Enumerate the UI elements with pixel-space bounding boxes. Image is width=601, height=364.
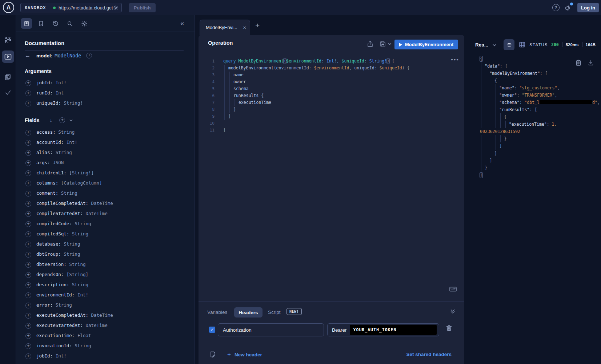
- field-row[interactable]: access: String: [16, 129, 195, 136]
- field-row[interactable]: dbtVersion: String: [16, 261, 195, 268]
- field-row[interactable]: dbtGroup: String: [16, 251, 195, 258]
- add-to-query-icon[interactable]: [25, 282, 31, 288]
- add-to-query-icon[interactable]: [25, 170, 31, 176]
- add-to-query-icon[interactable]: [25, 130, 31, 136]
- response-line: "modelByEnvironment": [: [469, 70, 601, 77]
- formatted-view-toggle-active[interactable]: [504, 39, 514, 50]
- add-to-query-icon[interactable]: [25, 353, 31, 359]
- endpoint-url-input[interactable]: https://metadata.cloud.get: [59, 5, 113, 11]
- add-to-query-icon[interactable]: [86, 53, 92, 58]
- operation-collections-icon[interactable]: [4, 73, 12, 81]
- add-to-query-icon[interactable]: [25, 313, 31, 319]
- argument-row[interactable]: jobId: Int!: [16, 80, 195, 87]
- help-icon[interactable]: ?: [552, 4, 560, 11]
- header-key-input[interactable]: Authorization: [218, 323, 324, 336]
- collapse-sidebar-icon[interactable]: «: [180, 19, 184, 27]
- field-row[interactable]: jobId: Int!: [16, 353, 195, 360]
- field-row[interactable]: database: String: [16, 241, 195, 248]
- add-to-query-icon[interactable]: [25, 333, 31, 339]
- argument-row[interactable]: uniqueId: String!: [16, 100, 195, 107]
- header-enabled-checkbox[interactable]: ✓: [209, 327, 215, 333]
- breadcrumb-type-link[interactable]: ModelNode: [55, 53, 81, 58]
- publish-button[interactable]: Publish: [129, 3, 156, 12]
- add-to-query-icon[interactable]: [25, 292, 31, 298]
- add-to-query-icon[interactable]: [25, 191, 31, 197]
- field-name: uniqueId: String!: [36, 100, 83, 106]
- keyboard-shortcuts-icon[interactable]: [449, 286, 457, 292]
- add-to-query-icon[interactable]: [25, 201, 31, 207]
- add-to-query-icon[interactable]: [25, 90, 31, 96]
- close-tab-icon[interactable]: ×: [241, 24, 246, 31]
- add-to-query-icon[interactable]: [25, 262, 31, 268]
- tab-headers-active[interactable]: Headers: [234, 307, 263, 318]
- field-row[interactable]: executeStartedAt: DateTime: [16, 322, 195, 329]
- field-row[interactable]: accountId: Int!: [16, 139, 195, 146]
- apollo-logo[interactable]: A: [3, 2, 14, 13]
- add-to-query-icon[interactable]: [25, 140, 31, 146]
- add-to-query-icon[interactable]: [25, 150, 31, 156]
- explorer-nav-active[interactable]: [2, 50, 14, 63]
- tab-variables[interactable]: Variables: [207, 310, 227, 315]
- header-value-input[interactable]: Bearer YOUR_AUTH_TOKEN: [327, 323, 439, 336]
- documentation-tab-active[interactable]: [21, 18, 32, 29]
- run-operation-button[interactable]: ModelByEnvironment: [394, 40, 458, 49]
- field-row[interactable]: executionTime: Float: [16, 332, 195, 340]
- indent-guide: [224, 65, 225, 72]
- field-row[interactable]: columns: [CatalogColumn]: [16, 180, 195, 187]
- field-row[interactable]: compileStartedAt: DateTime: [16, 210, 195, 218]
- add-to-query-icon[interactable]: [25, 181, 31, 186]
- field-row[interactable]: childrenL1: [String!]: [16, 170, 195, 177]
- search-icon[interactable]: [67, 20, 73, 27]
- add-to-query-icon[interactable]: [25, 323, 31, 329]
- delete-header-trash-icon[interactable]: [445, 324, 453, 332]
- field-row[interactable]: environmentId: Int!: [16, 292, 195, 299]
- table-view-toggle[interactable]: [519, 41, 525, 48]
- operation-tab[interactable]: ModelByEnvi... ×: [200, 20, 250, 35]
- endpoint-settings-gear-icon[interactable]: [113, 5, 119, 11]
- field-row[interactable]: executeCompletedAt: DateTime: [16, 312, 195, 319]
- new-tab-button[interactable]: +: [255, 21, 260, 30]
- field-row[interactable]: alias: String: [16, 149, 195, 157]
- field-row[interactable]: compiledSql: String: [16, 231, 195, 238]
- field-row[interactable]: error: String: [16, 302, 195, 309]
- add-to-query-icon[interactable]: [25, 272, 31, 278]
- add-to-query-icon[interactable]: [25, 101, 31, 106]
- field-row[interactable]: comment: String: [16, 190, 195, 197]
- environment-variables-icon[interactable]: [209, 351, 216, 358]
- field-row[interactable]: compiledCode: String: [16, 221, 195, 228]
- login-button[interactable]: Log in: [577, 3, 599, 12]
- bookmarks-icon[interactable]: [38, 20, 44, 27]
- new-header-button[interactable]: + New header: [227, 351, 262, 358]
- add-all-fields-icon[interactable]: [59, 117, 65, 123]
- graphql-editor[interactable]: 1query ModelByEnvironment($environmentId…: [199, 58, 464, 290]
- settings-gear-icon[interactable]: [81, 20, 88, 27]
- field-row[interactable]: dependsOn: [String]: [16, 271, 195, 279]
- field-row[interactable]: args: JSON: [16, 159, 195, 167]
- add-to-query-icon[interactable]: [25, 343, 31, 349]
- chevron-down-icon[interactable]: [69, 119, 73, 122]
- collapse-panel-double-chevron-icon[interactable]: [449, 308, 456, 315]
- set-shared-headers-link[interactable]: Set shared headers: [406, 352, 452, 357]
- tab-script[interactable]: Script: [268, 310, 281, 315]
- checks-icon[interactable]: [4, 89, 12, 97]
- add-to-query-icon[interactable]: [25, 231, 31, 237]
- add-to-query-icon[interactable]: [25, 80, 31, 86]
- back-arrow-icon[interactable]: ←: [25, 52, 36, 59]
- add-to-query-icon[interactable]: [25, 252, 31, 258]
- sort-fields-icon[interactable]: ↓: [49, 117, 52, 123]
- save-operation-icon[interactable]: [380, 41, 386, 47]
- add-to-query-icon[interactable]: [25, 303, 31, 308]
- field-row[interactable]: compileCompletedAt: DateTime: [16, 200, 195, 207]
- add-to-query-icon[interactable]: [25, 221, 31, 227]
- field-row[interactable]: invocationId: String: [16, 343, 195, 350]
- save-dropdown-caret-icon[interactable]: [388, 43, 392, 45]
- history-icon[interactable]: [52, 20, 59, 27]
- share-operation-icon[interactable]: [367, 41, 373, 47]
- argument-row[interactable]: runId: Int: [16, 90, 195, 97]
- schema-graph-icon[interactable]: [4, 36, 12, 44]
- add-to-query-icon[interactable]: [25, 160, 31, 166]
- add-to-query-icon[interactable]: [25, 211, 31, 217]
- field-row[interactable]: description: String: [16, 282, 195, 289]
- add-to-query-icon[interactable]: [25, 242, 31, 247]
- response-dropdown-caret-icon[interactable]: [492, 44, 497, 47]
